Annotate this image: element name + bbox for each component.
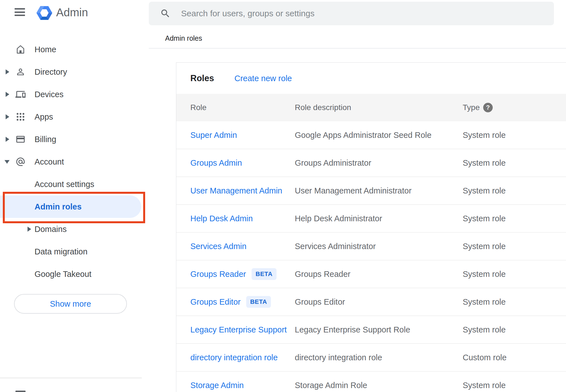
sidebar-item-apps[interactable]: Apps xyxy=(0,106,149,128)
table-row: User Management Admin User Management Ad… xyxy=(176,177,566,205)
sidebar-item-label: Devices xyxy=(35,90,63,99)
sidebar-item-google-takeout[interactable]: Google Takeout xyxy=(0,263,149,285)
table-row: Help Desk Admin Help Desk Administrator … xyxy=(176,205,566,233)
search-icon xyxy=(160,8,171,19)
role-link[interactable]: Storage Admin xyxy=(190,381,244,390)
role-description: directory integration role xyxy=(295,353,382,362)
table-row: Services Admin Services Administrator Sy… xyxy=(176,233,566,260)
table-header: Role Role description Type ? xyxy=(176,94,566,121)
sidebar-item-label: Home xyxy=(35,45,56,54)
expand-arrow-icon[interactable] xyxy=(6,137,9,142)
role-type: Custom role xyxy=(463,353,506,362)
sidebar-item-admin-roles[interactable]: Admin roles xyxy=(0,195,149,218)
role-link[interactable]: Help Desk Admin xyxy=(190,214,253,223)
partial-bottom-icon xyxy=(15,391,26,392)
admin-logo-icon[interactable] xyxy=(36,4,53,21)
role-link[interactable]: User Management Admin xyxy=(190,186,282,195)
content-divider xyxy=(149,48,566,49)
sidebar-item-billing[interactable]: Billing xyxy=(0,128,149,151)
role-description: Services Administrator xyxy=(295,242,376,251)
column-header-type: Type xyxy=(463,103,480,112)
sidebar-item-directory[interactable]: Directory xyxy=(0,61,149,83)
role-type: System role xyxy=(463,131,506,140)
expand-arrow-icon[interactable] xyxy=(6,92,9,97)
expand-arrow-icon[interactable] xyxy=(28,227,31,232)
table-row: Super Admin Google Apps Administrator Se… xyxy=(176,121,566,149)
sidebar: Admin Home Directory Devices xyxy=(0,0,149,392)
devices-icon xyxy=(15,89,26,99)
table-row: Storage Admin Storage Admin Role System … xyxy=(176,372,566,392)
role-type: System role xyxy=(463,214,506,223)
sidebar-item-label: Domains xyxy=(35,225,67,234)
search-placeholder: Search for users, groups or settings xyxy=(181,9,314,18)
table-row: directory integration role directory int… xyxy=(176,344,566,372)
role-type: System role xyxy=(463,270,506,279)
role-description: Help Desk Administrator xyxy=(295,214,382,223)
role-type: System role xyxy=(463,297,506,307)
at-sign-icon xyxy=(15,157,26,167)
role-description: Google Apps Administrator Seed Role xyxy=(295,131,432,140)
page-title: Roles xyxy=(190,73,214,83)
sidebar-item-label: Directory xyxy=(35,67,67,77)
sidebar-item-label: Admin roles xyxy=(35,202,82,211)
expand-arrow-icon[interactable] xyxy=(6,114,9,119)
sidebar-divider xyxy=(0,378,142,378)
show-more-button[interactable]: Show more xyxy=(14,294,127,314)
role-link[interactable]: Groups Reader xyxy=(190,270,246,279)
expand-arrow-icon[interactable] xyxy=(6,69,9,74)
sidebar-item-data-migration[interactable]: Data migration xyxy=(0,240,149,263)
role-description: Legacy Enterprise Support Role xyxy=(295,325,410,334)
role-description: Groups Administrator xyxy=(295,158,371,168)
home-icon xyxy=(15,44,26,54)
collapse-arrow-icon[interactable] xyxy=(4,160,10,164)
credit-card-icon xyxy=(15,134,26,144)
sidebar-item-label: Data migration xyxy=(35,247,88,256)
table-row: Groups Admin Groups Administrator System… xyxy=(176,149,566,177)
beta-badge: BETA xyxy=(252,268,276,280)
role-type: System role xyxy=(463,325,506,334)
role-description: Groups Editor xyxy=(295,297,345,307)
breadcrumb: Admin roles xyxy=(165,34,202,42)
app-title: Admin xyxy=(56,6,88,19)
role-type: System role xyxy=(463,381,506,390)
roles-card-header: Roles Create new role xyxy=(176,63,566,94)
role-description: Groups Reader xyxy=(295,270,350,279)
roles-card: Roles Create new role Role Role descript… xyxy=(176,62,566,392)
role-link[interactable]: Super Admin xyxy=(190,131,237,140)
role-link[interactable]: Legacy Enterprise Support xyxy=(190,325,287,334)
sidebar-item-label: Account settings xyxy=(35,180,94,189)
sidebar-item-domains[interactable]: Domains xyxy=(0,218,149,240)
role-description: Storage Admin Role xyxy=(295,381,367,390)
create-new-role-link[interactable]: Create new role xyxy=(234,74,292,83)
sidebar-item-home[interactable]: Home xyxy=(0,38,149,61)
column-header-description: Role description xyxy=(295,103,351,112)
table-row: Groups Reader BETA Groups Reader System … xyxy=(176,260,566,288)
role-link[interactable]: Groups Editor xyxy=(190,297,241,307)
sidebar-item-account[interactable]: Account xyxy=(0,151,149,173)
role-link[interactable]: directory integration role xyxy=(190,353,278,362)
column-header-role: Role xyxy=(190,103,207,112)
help-icon[interactable]: ? xyxy=(483,103,493,112)
table-row: Groups Editor BETA Groups Editor System … xyxy=(176,288,566,316)
search-input[interactable]: Search for users, groups or settings xyxy=(149,2,554,25)
menu-icon[interactable] xyxy=(15,8,25,16)
sidebar-item-label: Apps xyxy=(35,112,53,122)
sidebar-nav: Home Directory Devices xyxy=(0,38,149,285)
person-icon xyxy=(15,67,26,77)
sidebar-item-account-settings[interactable]: Account settings xyxy=(0,173,149,195)
table-row: Legacy Enterprise Support Legacy Enterpr… xyxy=(176,316,566,344)
apps-grid-icon xyxy=(15,112,26,122)
beta-badge: BETA xyxy=(246,296,271,308)
role-link[interactable]: Services Admin xyxy=(190,242,247,251)
role-type: System role xyxy=(463,158,506,168)
role-type: System role xyxy=(463,186,506,195)
role-description: User Management Administrator xyxy=(295,186,412,195)
sidebar-item-label: Google Takeout xyxy=(35,270,92,279)
role-link[interactable]: Groups Admin xyxy=(190,158,242,168)
sidebar-item-label: Account xyxy=(35,157,64,167)
sidebar-item-label: Billing xyxy=(35,135,56,144)
sidebar-item-devices[interactable]: Devices xyxy=(0,83,149,106)
role-type: System role xyxy=(463,242,506,251)
